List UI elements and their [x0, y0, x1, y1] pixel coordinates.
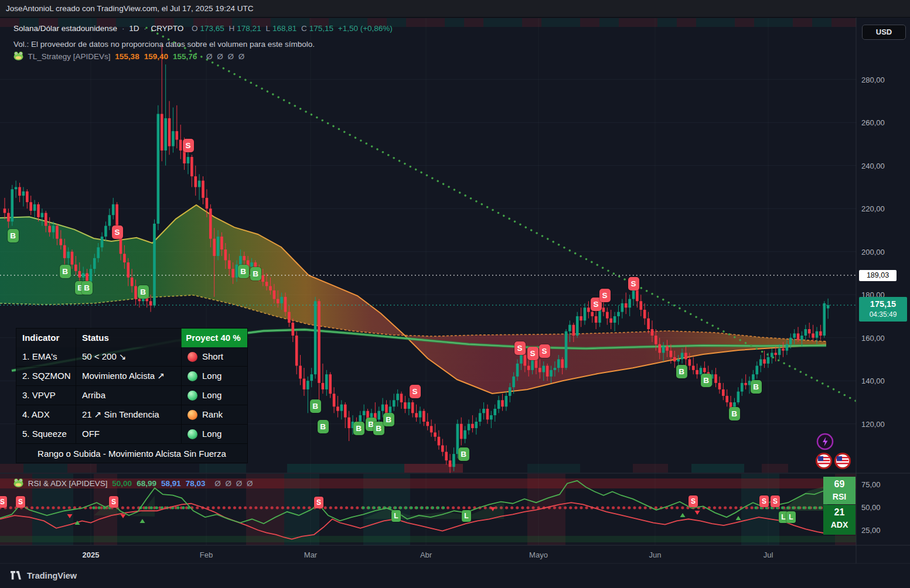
adx-value-badge: 21 ADX	[823, 505, 856, 535]
tradingview-logo[interactable]: TradingView	[11, 569, 77, 582]
strategy-values: 155,38159,40155,76	[115, 52, 202, 61]
buy-signal-badge: B	[458, 447, 469, 461]
interval[interactable]: 1D	[129, 24, 139, 33]
sell-signal-badge: S	[771, 495, 780, 507]
price-axis-label: 240,00	[861, 161, 885, 170]
sell-signal-badge: S	[183, 139, 194, 152]
sell-signal-badge: S	[410, 385, 421, 398]
buy-signal-badge: B	[751, 380, 762, 394]
strategy-legend: TL_Strategy [APIDEVs] 155,38159,40155,76…	[13, 52, 248, 62]
sell-signal-badge: S	[527, 347, 538, 360]
indicator-status: 50 < 200 ↘	[76, 347, 181, 366]
sell-signal-badge: S	[314, 497, 323, 508]
indicator-name: 1. EMA's	[16, 347, 76, 366]
buy-signal-badge: B	[353, 422, 364, 435]
indicator-name: 3. VPVP	[16, 386, 76, 405]
sell-signal-badge: S	[539, 344, 550, 358]
rsi-empty-values: Ø Ø Ø Ø	[214, 479, 254, 488]
buy-signal-badge: L	[462, 510, 471, 522]
price-axis-label: 120,00	[861, 419, 885, 428]
sell-signal-badge: S	[759, 495, 769, 507]
open-value: 173,65	[200, 24, 224, 33]
signal-dot-icon	[188, 352, 197, 362]
time-axis-label: Feb	[200, 551, 213, 559]
high-value: 178,21	[237, 24, 261, 33]
sell-signal-badge: S	[112, 225, 123, 239]
legend-value: 155,76	[173, 52, 197, 61]
buy-signal-badge: B	[310, 399, 321, 413]
indicator-signal: Short	[181, 347, 247, 366]
low-value: 168,81	[272, 24, 296, 33]
oversold-band	[0, 536, 856, 542]
col-proyect: Proyect 40 %	[181, 329, 247, 347]
col-indicator: Indicator	[16, 329, 76, 347]
rsi-indicator-name[interactable]: RSI & ADX [APIDEVS]	[28, 479, 108, 488]
signal-dot-icon	[188, 391, 197, 401]
indicator-status: Arriba	[76, 386, 181, 405]
brand-name: TradingView	[27, 571, 77, 580]
strategy-name[interactable]: TL_Strategy [APIDEVs]	[28, 52, 111, 61]
last-price-value: 175,15	[859, 298, 907, 310]
rsi-values: 50,0068,9958,9178,03	[112, 479, 210, 488]
rsi-axis-label: 25,00	[861, 526, 881, 535]
sell-signal-badge: S	[628, 277, 639, 290]
time-axis-label: Jul	[764, 551, 773, 559]
time-axis-label: Mar	[304, 551, 317, 559]
indicator-name: 4. ADX	[16, 405, 76, 424]
legend-value: 155,38	[115, 52, 139, 61]
buy-signal-badge: B	[250, 267, 261, 281]
sell-signal-badge: S	[16, 496, 25, 508]
legend-value: 58,91	[161, 479, 181, 488]
buy-signal-badge: B	[373, 422, 384, 435]
table-footer: Rango o Subida - Movimiento Alcista Sin …	[16, 443, 247, 463]
rsi-value-badge: 69 RSI	[823, 477, 856, 504]
title-text: JoseAntonioL creado con TradingView.com,…	[6, 4, 254, 13]
buy-signal-badge: B	[318, 420, 329, 433]
table-row: 5. SqueezeOFFLong	[16, 424, 247, 443]
time-axis-label: Mayo	[529, 551, 548, 559]
signal-dot-icon	[188, 410, 197, 420]
frog-icon	[13, 478, 23, 489]
buy-signal-badge: B	[383, 413, 394, 426]
symbol-name[interactable]: Solana/Dólar estadounidense	[13, 24, 117, 33]
rsi-axis-label: 75,00	[861, 480, 881, 489]
price-axis-label: 160,00	[861, 333, 885, 342]
buy-signal-badge: B	[676, 365, 687, 378]
tradingview-window: JoseAntonioL creado con TradingView.com,…	[0, 0, 910, 588]
time-axis-label: Abr	[420, 551, 432, 559]
legend-value: 78,03	[186, 479, 206, 488]
indicator-signal: Rank	[181, 405, 247, 424]
buy-signal-badge: B	[60, 265, 71, 278]
buy-signal-badge: B	[238, 265, 249, 278]
alert-price-label[interactable]: 189,03	[859, 270, 897, 281]
volume-note: Vol.: El proveedor de datos no proporcio…	[13, 40, 315, 49]
buy-signal-badge: B	[701, 374, 712, 387]
sell-signal-badge: S	[599, 289, 611, 302]
title-bar: JoseAntonioL creado con TradingView.com,…	[0, 0, 910, 18]
table-row: 2. SQZMONMovimiento Alcista ↗Long	[16, 366, 247, 385]
price-axis-label: 260,00	[861, 118, 885, 127]
indicator-status: 21 ↗ Sin Tendencia	[76, 405, 181, 424]
time-axis-label: Jun	[649, 551, 662, 559]
table-body: 1. EMA's50 < 200 ↘Short2. SQZMONMovimien…	[16, 347, 247, 443]
indicator-status: OFF	[76, 425, 181, 443]
signal-dot-icon	[188, 429, 197, 439]
rsi-legend: RSI & ADX [APIDEVS] 50,0068,9958,9178,03…	[13, 478, 257, 489]
rsi-axis-label: 50,00	[861, 503, 881, 512]
us-flag-event-icons[interactable]	[814, 451, 853, 473]
indicator-signal: Long	[181, 425, 247, 443]
price-axis-label: 280,00	[861, 75, 885, 84]
usd-currency-button[interactable]: USD	[862, 25, 906, 40]
legend-value: 50,00	[112, 479, 132, 488]
table-row: 1. EMA's50 < 200 ↘Short	[16, 347, 247, 366]
change-value: +1,50 (+0,86%)	[338, 24, 393, 33]
buy-signal-badge: L	[786, 511, 796, 523]
indicator-status-table: Indicator Status Proyect 40 % 1. EMA's50…	[16, 328, 248, 463]
flash-event-icon[interactable]	[816, 432, 834, 453]
col-status: Status	[76, 329, 181, 347]
indicator-signal: Long	[181, 367, 247, 385]
buy-signal-badge: L	[391, 510, 401, 522]
sell-signal-badge: S	[689, 495, 698, 507]
sell-signal-badge: S	[109, 496, 118, 508]
frog-icon	[13, 52, 23, 62]
